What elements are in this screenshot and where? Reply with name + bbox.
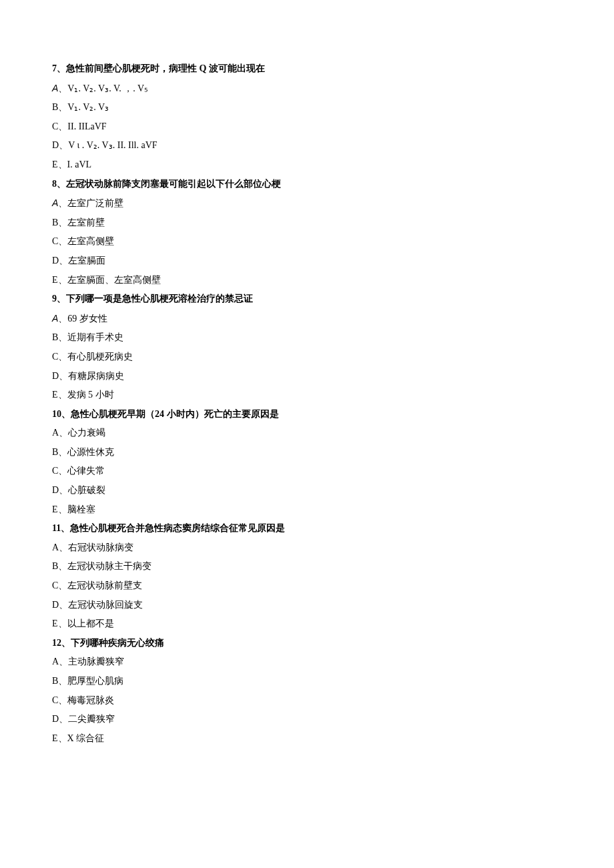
- option-sep: 、: [58, 695, 67, 705]
- option-sep: 、: [58, 733, 67, 743]
- question-number: 11、: [52, 523, 70, 533]
- option-label: B: [52, 447, 58, 457]
- question-number: 9、: [52, 294, 66, 304]
- question-9-stem: 9、下列哪一项是急性心肌梗死溶栓治疗的禁忌证: [52, 290, 562, 308]
- option-sep: 、: [58, 332, 67, 342]
- option-text: V₁. V₂. V₃. V. ，. V₅: [67, 83, 148, 93]
- option-label: C: [52, 466, 58, 476]
- option-sep: 、: [59, 714, 68, 724]
- option-sep: 、: [59, 428, 68, 438]
- option-label: D: [52, 485, 59, 495]
- option-text: 心脏破裂: [68, 485, 105, 495]
- question-12-option-e: E、X 综合征: [52, 730, 562, 748]
- option-label: B: [52, 102, 58, 112]
- question-10-option-b: B、心源性休克: [52, 444, 562, 462]
- option-sep: 、: [58, 236, 67, 246]
- question-12-option-c: C、梅毒冠脉炎: [52, 692, 562, 710]
- option-text: 梅毒冠脉炎: [67, 695, 114, 705]
- option-sep: 、: [59, 256, 68, 266]
- option-text: 69 岁女性: [67, 314, 107, 324]
- option-label: E: [52, 504, 58, 514]
- option-label: B: [52, 218, 58, 228]
- option-text: 以上都不是: [67, 618, 114, 628]
- option-label: E: [52, 390, 58, 400]
- question-12-option-a: A、主动脉瓣狭窄: [52, 653, 562, 671]
- question-8-option-b: B、左室前壁: [52, 214, 562, 232]
- question-10-option-a: A、心力衰竭: [52, 424, 562, 442]
- option-text: 左室膈面、左室高侧壁: [67, 275, 161, 285]
- question-10-option-e: E、脑栓塞: [52, 501, 562, 519]
- option-sep: 、: [58, 83, 67, 93]
- question-8-option-a: A、左室广泛前壁: [52, 194, 562, 213]
- option-label: B: [52, 332, 58, 342]
- option-sep: 、: [58, 447, 67, 457]
- question-8-option-d: D、左室膈面: [52, 252, 562, 270]
- option-sep: 、: [59, 140, 68, 150]
- question-text: 急性前间壁心肌梗死时，病理性 Q 波可能出现在: [66, 63, 265, 73]
- option-sep: 、: [59, 371, 68, 381]
- option-label: E: [52, 618, 58, 628]
- question-9-option-c: C、有心肌梗死病史: [52, 348, 562, 366]
- option-sep: 、: [58, 504, 67, 514]
- option-label: E: [52, 159, 58, 169]
- option-sep: 、: [58, 159, 67, 169]
- option-sep: 、: [58, 275, 67, 285]
- question-11-option-a: A、右冠状动脉病变: [52, 539, 562, 557]
- option-label: A: [52, 83, 58, 93]
- option-text: 发病 5 小时: [67, 390, 114, 400]
- option-label: A: [52, 428, 59, 438]
- option-sep: 、: [58, 580, 67, 590]
- option-text: 右冠状动脉病变: [68, 542, 133, 552]
- option-text: 近期有手术史: [67, 332, 123, 342]
- option-sep: 、: [58, 390, 67, 400]
- option-sep: 、: [58, 314, 67, 324]
- option-text: 左冠状动脉主干病变: [67, 561, 151, 571]
- option-label: C: [52, 236, 58, 246]
- option-text: V ι . V₂. V₃. II. Ill. aVF: [68, 140, 157, 150]
- question-text: 急性心肌梗死早期（24 小时内）死亡的主要原因是: [71, 409, 279, 419]
- option-label: A: [52, 657, 59, 667]
- option-label: E: [52, 275, 58, 285]
- option-label: D: [52, 600, 59, 610]
- option-text: 左室广泛前壁: [67, 198, 123, 208]
- option-label: C: [52, 695, 58, 705]
- option-text: 左冠状动脉回旋支: [68, 600, 143, 610]
- option-text: 肥厚型心肌病: [67, 676, 123, 686]
- question-text: 下列哪种疾病无心绞痛: [71, 638, 164, 648]
- option-text: V₁. V₂. V₃: [67, 102, 109, 112]
- question-12-option-d: D、二尖瓣狭窄: [52, 711, 562, 729]
- option-text: 心源性休克: [67, 447, 114, 457]
- option-text: 左冠状动脉前壁支: [67, 580, 142, 590]
- question-text: 下列哪一项是急性心肌梗死溶栓治疗的禁忌证: [66, 294, 253, 304]
- question-12-stem: 12、下列哪种疾病无心绞痛: [52, 634, 562, 653]
- question-7-option-c: C、II. IILaVF: [52, 118, 562, 136]
- option-text: 心律失常: [67, 466, 105, 476]
- option-sep: 、: [59, 542, 68, 552]
- question-11-option-e: E、以上都不是: [52, 615, 562, 633]
- option-text: I. aVL: [67, 159, 92, 169]
- option-label: E: [52, 733, 58, 743]
- option-label: D: [52, 714, 59, 724]
- option-label: A: [52, 197, 58, 208]
- question-7-option-b: B、V₁. V₂. V₃: [52, 99, 562, 117]
- option-text: 二尖瓣狭窄: [68, 714, 115, 724]
- option-sep: 、: [58, 198, 67, 208]
- option-text: 左室膈面: [68, 256, 105, 266]
- option-sep: 、: [59, 600, 68, 610]
- option-sep: 、: [58, 102, 67, 112]
- question-7-option-a: A、V₁. V₂. V₃. V. ，. V₅: [52, 79, 562, 98]
- option-sep: 、: [58, 676, 67, 686]
- option-label: C: [52, 580, 58, 590]
- option-text: II. IILaVF: [67, 121, 106, 131]
- option-label: D: [52, 256, 59, 266]
- option-text: 心力衰竭: [68, 428, 105, 438]
- question-7-stem: 7、急性前间壁心肌梗死时，病理性 Q 波可能出现在: [52, 60, 562, 78]
- option-text: 脑栓塞: [67, 504, 95, 514]
- option-sep: 、: [59, 485, 68, 495]
- option-text: 左室高侧壁: [67, 236, 114, 246]
- question-11-stem: 11、急性心肌梗死合并急性病态窦房结综合征常见原因是: [52, 520, 562, 538]
- option-text: 有糖尿病病史: [68, 371, 124, 381]
- question-12-option-b: B、肥厚型心肌病: [52, 673, 562, 691]
- question-9-option-e: E、发病 5 小时: [52, 386, 562, 404]
- option-label: D: [52, 371, 59, 381]
